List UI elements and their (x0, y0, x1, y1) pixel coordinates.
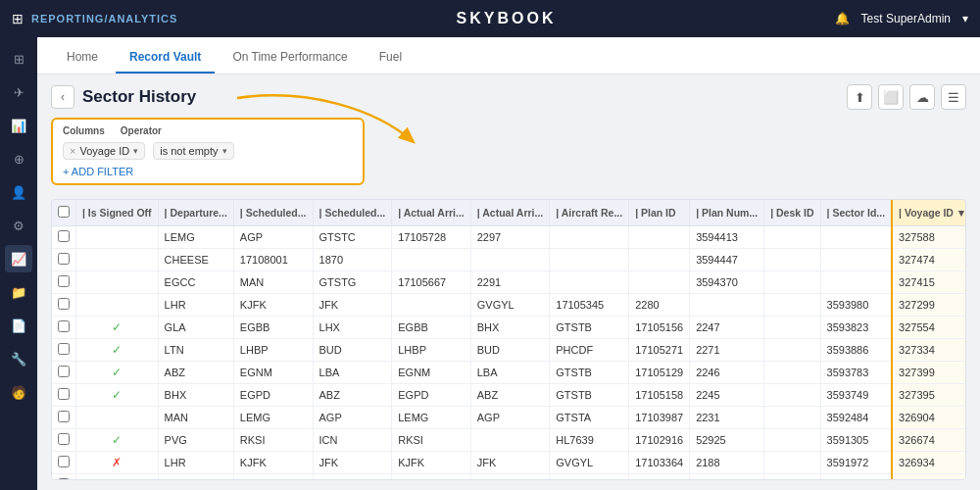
sidebar: ⊞ ✈ 📊 ⊕ 👤 ⚙ 📈 📁 📄 🔧 🧑 (0, 37, 37, 490)
cell-sector-id (820, 226, 892, 249)
cell-voyage-id: 327334 (892, 339, 966, 362)
table-row: ✓ ABZ EGNM LBA EGNM LBA GTSTB 17105129 2… (52, 362, 966, 384)
th-aircraft-re[interactable]: | Aircraft Re... (550, 200, 629, 226)
cell-sched-dep: EGNM (233, 362, 313, 384)
table-row: CHEESE 17108001 1870 3594447 327474 98 5… (52, 249, 966, 271)
cell-aircraft-re (550, 226, 629, 249)
tab-on-time-performance[interactable]: On Time Performance (219, 42, 361, 74)
sidebar-tools-icon[interactable]: 🔧 (5, 345, 32, 372)
filter-dropdown-icon[interactable]: ▾ (133, 146, 138, 156)
cell-checkbox[interactable] (52, 339, 76, 362)
cell-sched-dep: KJFK (233, 452, 313, 474)
tab-fuel[interactable]: Fuel (366, 42, 416, 74)
filter-remove-tag[interactable]: × Voyage ID ▾ (63, 142, 145, 160)
back-button[interactable]: ‹ (51, 85, 74, 109)
sidebar-analytics-icon[interactable]: 📈 (5, 245, 32, 272)
cell-checkbox[interactable] (52, 249, 76, 271)
cell-checkbox[interactable] (52, 362, 76, 384)
cell-sector-id: 3591972 (820, 452, 892, 474)
toolbar-cloud-icon[interactable]: ☁ (909, 84, 935, 110)
sidebar-folder-icon[interactable]: 📁 (5, 278, 32, 306)
cell-plan-num: 2188 (690, 452, 764, 474)
th-scheduled-arr[interactable]: | Scheduled... (313, 200, 392, 226)
sidebar-doc-icon[interactable]: 📄 (5, 312, 32, 339)
cell-departure: LHR (158, 452, 233, 474)
cell-actual-arr1: KJFK (392, 452, 471, 474)
cell-signed-off (76, 271, 159, 294)
cell-sched-arr: ICN (313, 429, 392, 452)
th-voyage-id[interactable]: | Voyage ID ▼ (892, 200, 966, 226)
th-plan-id[interactable]: | Plan ID (629, 200, 690, 226)
cell-sched-arr: AGP (313, 407, 392, 429)
filter-operator-tag[interactable]: is not empty ▾ (153, 142, 233, 160)
cell-signed-off: ✓ (76, 339, 159, 362)
th-plan-num[interactable]: | Plan Num... (690, 200, 764, 226)
toolbar-grid-icon[interactable]: ⬜ (878, 84, 904, 110)
cell-checkbox[interactable] (52, 407, 76, 429)
sidebar-user-icon[interactable]: 👤 (5, 178, 32, 206)
cell-checkbox[interactable] (52, 452, 76, 474)
toolbar-menu-icon[interactable]: ☰ (941, 84, 966, 110)
sidebar-layers-icon[interactable]: ⊕ (5, 145, 32, 172)
cell-desk-id (764, 384, 820, 407)
table-row: ✓ BHX EGPD ABZ EGPD ABZ GTSTB 17105158 2… (52, 384, 966, 407)
cell-actual-arr1 (392, 249, 471, 271)
cell-signed-off: ✗ (76, 452, 159, 474)
cell-sched-arr: JFK (313, 294, 392, 317)
cell-voyage-id: 327554 (892, 317, 966, 339)
tab-home[interactable]: Home (53, 42, 112, 74)
cell-checkbox[interactable] (52, 294, 76, 317)
cell-departure: MAN (158, 407, 233, 429)
cell-signed-off (76, 226, 159, 249)
filter-operator-value: is not empty (160, 145, 218, 157)
sidebar-chart-icon[interactable]: 📊 (5, 112, 32, 139)
cell-voyage-id: 326674 (892, 429, 966, 452)
cell-checkbox[interactable] (52, 474, 76, 481)
toolbar-upload-icon[interactable]: ⬆ (847, 84, 872, 110)
sidebar-settings-icon[interactable]: ⚙ (5, 212, 32, 239)
skybook-logo: skybook (457, 10, 557, 27)
cell-checkbox[interactable] (52, 429, 76, 452)
data-table-wrapper[interactable]: | Is Signed Off | Departure... | Schedul… (51, 199, 966, 480)
tab-record-vault[interactable]: Record Vault (116, 42, 215, 74)
cell-sched-dep: RKSI (233, 429, 313, 452)
notification-icon[interactable]: 🔔 (835, 12, 850, 25)
th-is-signed-off[interactable]: | Is Signed Off (76, 200, 159, 226)
sidebar-grid-icon[interactable]: ⊞ (5, 45, 32, 73)
cell-checkbox[interactable] (52, 317, 76, 339)
cell-departure: CHEESE (158, 249, 233, 271)
th-departure[interactable]: | Departure... (158, 200, 233, 226)
cell-plan-id: 17103364 (629, 452, 690, 474)
cell-checkbox[interactable] (52, 384, 76, 407)
select-all-checkbox[interactable] (58, 206, 70, 218)
tabs-bar: Home Record Vault On Time Performance Fu… (37, 37, 980, 74)
cell-sched-dep: EGPD (233, 384, 313, 407)
th-actual-arri2[interactable]: | Actual Arri... (470, 200, 550, 226)
cell-plan-num: 2197 (690, 474, 764, 481)
cell-desk-id (764, 429, 820, 452)
th-scheduled-dep[interactable]: | Scheduled... (233, 200, 313, 226)
th-desk-id[interactable]: | Desk ID (764, 200, 820, 226)
filter-remove-icon[interactable]: × (70, 145, 75, 157)
sidebar-person-icon[interactable]: 🧑 (5, 378, 32, 406)
add-filter-button[interactable]: + ADD FILTER (63, 166, 353, 177)
th-checkbox[interactable] (52, 200, 76, 226)
user-dropdown-icon[interactable]: ▾ (962, 12, 968, 25)
cell-plan-id: 17105271 (629, 339, 690, 362)
cell-checkbox[interactable] (52, 271, 76, 294)
cell-checkbox[interactable] (52, 226, 76, 249)
cell-actual-arr1 (392, 474, 471, 481)
th-sector-id[interactable]: | Sector Id... (820, 200, 892, 226)
cell-actual-arr2: 2297 (470, 226, 550, 249)
cell-plan-id: 17103987 (629, 407, 690, 429)
app-grid-icon[interactable]: ⊞ (12, 11, 24, 26)
cell-voyage-id: 327399 (892, 362, 966, 384)
th-actual-arri1[interactable]: | Actual Arri... (392, 200, 471, 226)
cell-plan-num: 2246 (690, 362, 764, 384)
filter-operator-dropdown-icon[interactable]: ▾ (222, 146, 227, 156)
cell-desk-id (764, 362, 820, 384)
filter-column-value: Voyage ID (79, 145, 129, 157)
cell-plan-id: 17105156 (629, 317, 690, 339)
sidebar-plane-icon[interactable]: ✈ (5, 78, 32, 106)
cell-sched-arr: 1870 (313, 249, 392, 271)
